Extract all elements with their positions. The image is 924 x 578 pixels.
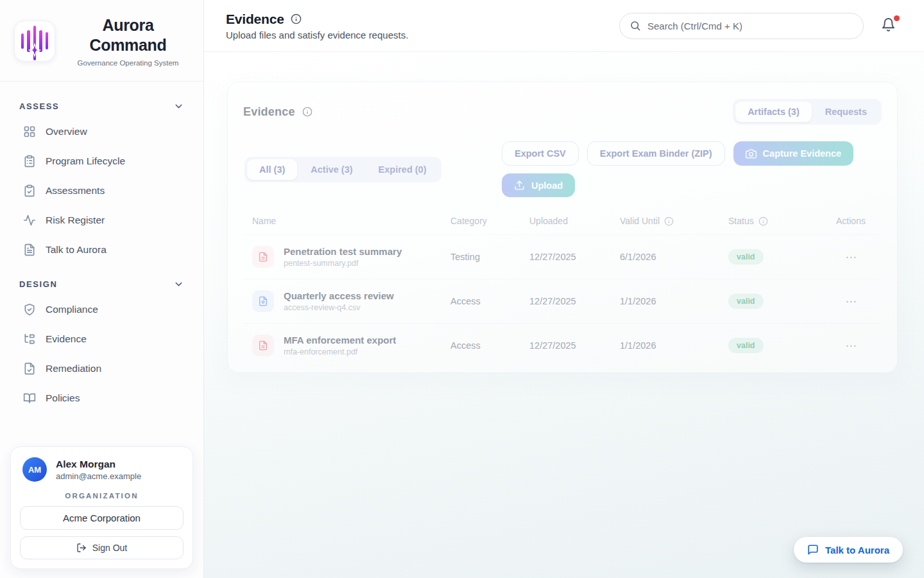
sidebar-item-label: Compliance (46, 304, 98, 315)
sidebar-item-label: Evidence (46, 333, 87, 345)
capture-evidence-label: Capture Evidence (763, 148, 842, 159)
valid-until-cell: 6/1/2026 (620, 252, 728, 262)
sidebar-item-talk-to-aurora[interactable]: Talk to Aurora (0, 235, 203, 265)
category-cell: Access (450, 340, 529, 351)
section-header-assess[interactable]: ASSESS (0, 96, 203, 117)
row-actions-button[interactable]: ⋯ (846, 339, 857, 353)
document-filename: pentest-summary.pdf (284, 259, 402, 268)
table-header: Name Category Uploaded Valid Until Statu… (243, 207, 882, 234)
sidebar-item-evidence[interactable]: Evidence (0, 324, 203, 354)
user-panel: AM Alex Morgan admin@acme.example ORGANI… (10, 446, 193, 569)
table-row: Penetration test summary pentest-summary… (243, 234, 882, 279)
clipboard-check-icon (23, 184, 36, 197)
sidebar-nav: ASSESS Overview Program Lifecycle Assess… (0, 82, 203, 417)
column-uploaded: Uploaded (529, 216, 620, 226)
sidebar-item-risk-register[interactable]: Risk Register (0, 206, 203, 235)
sidebar-item-label: Policies (46, 392, 80, 404)
status-badge: valid (728, 338, 764, 353)
search-bar[interactable] (619, 13, 864, 39)
pdf-file-icon (252, 335, 274, 356)
sidebar-item-program-lifecycle[interactable]: Program Lifecycle (0, 146, 203, 176)
column-name: Name (252, 216, 450, 226)
chat-icon (807, 544, 819, 556)
file-text-icon (23, 243, 36, 256)
status-badge: valid (728, 249, 764, 265)
info-icon[interactable] (664, 216, 674, 226)
document-filename: mfa-enforcement.pdf (284, 347, 396, 356)
app-subtitle: Governance Operating System (64, 59, 192, 67)
dashboard-icon (23, 125, 36, 138)
export-exam-binder-button[interactable]: Export Exam Binder (ZIP) (587, 141, 725, 166)
document-name: MFA enforcement export (284, 335, 396, 346)
uploaded-cell: 12/27/2025 (529, 340, 620, 351)
sidebar-item-label: Remediation (46, 363, 101, 374)
capture-evidence-button[interactable]: Capture Evidence (733, 141, 854, 166)
log-out-icon (76, 543, 87, 553)
avatar: AM (22, 457, 47, 482)
main-area: Evidence Upload files and satisfy eviden… (204, 0, 924, 578)
sidebar-item-assessments[interactable]: Assessments (0, 176, 203, 206)
talk-to-aurora-label: Talk to Aurora (825, 545, 889, 556)
nav-section-design: DESIGN Compliance Evidence Remediation (0, 268, 203, 417)
document-name: Penetration test summary (284, 246, 402, 257)
sidebar-item-remediation[interactable]: Remediation (0, 354, 203, 383)
page-subtitle: Upload files and satisfy evidence reques… (226, 30, 408, 40)
sidebar-item-label: Program Lifecycle (46, 155, 125, 167)
category-cell: Testing (450, 252, 529, 262)
row-actions-button[interactable]: ⋯ (846, 250, 857, 264)
filter-active[interactable]: Active (3) (298, 159, 364, 180)
aurora-logo-icon (14, 21, 55, 62)
info-icon[interactable] (758, 216, 768, 226)
shield-check-icon (23, 303, 36, 316)
nav-section-assess: ASSESS Overview Program Lifecycle Assess… (0, 91, 203, 268)
organization-button[interactable]: Acme Corporation (20, 506, 184, 530)
tab-artifacts[interactable]: Artifacts (3) (735, 101, 812, 122)
book-open-icon (23, 392, 36, 405)
sign-out-button[interactable]: Sign Out (20, 536, 184, 559)
notification-dot (894, 15, 900, 21)
filter-expired[interactable]: Expired (0) (366, 159, 439, 180)
info-icon[interactable] (302, 107, 312, 117)
evidence-table: Name Category Uploaded Valid Until Statu… (243, 207, 882, 367)
content-area: Evidence Artifacts (3) Requests All (3) … (204, 52, 924, 578)
sidebar: Aurora Command Governance Operating Syst… (0, 0, 204, 578)
talk-to-aurora-button[interactable]: Talk to Aurora (794, 537, 903, 563)
column-status: Status (728, 216, 829, 226)
sparkle-icon (27, 42, 42, 58)
panel-title: Evidence (243, 105, 295, 119)
sidebar-item-overview[interactable]: Overview (0, 117, 203, 146)
sidebar-item-label: Assessments (46, 185, 105, 197)
section-label: DESIGN (19, 279, 57, 289)
file-check-icon (23, 362, 36, 375)
section-header-design[interactable]: DESIGN (0, 274, 203, 295)
valid-until-cell: 1/1/2026 (620, 296, 728, 306)
search-input[interactable] (647, 21, 853, 31)
sidebar-item-label: Overview (46, 126, 87, 137)
app-window: Aurora Command Governance Operating Syst… (0, 0, 924, 578)
upload-button[interactable]: Upload (502, 173, 575, 197)
chevron-down-icon (173, 101, 184, 112)
chevron-down-icon (173, 279, 184, 290)
status-badge: valid (728, 293, 764, 309)
sidebar-item-compliance[interactable]: Compliance (0, 295, 203, 324)
upload-icon (514, 180, 525, 191)
brand-header: Aurora Command Governance Operating Syst… (0, 0, 203, 82)
filter-tabs: All (3) Active (3) Expired (0) (244, 157, 441, 182)
user-name: Alex Morgan (56, 459, 141, 470)
organization-label: ORGANIZATION (20, 492, 184, 500)
row-actions-button[interactable]: ⋯ (846, 295, 857, 308)
table-row: MFA enforcement export mfa-enforcement.p… (243, 323, 882, 367)
column-actions: Actions (829, 216, 873, 226)
notifications-button[interactable] (881, 17, 896, 34)
export-csv-button[interactable]: Export CSV (502, 141, 579, 166)
clipboard-list-icon (23, 155, 36, 168)
app-title: Aurora Command (64, 15, 192, 56)
tab-requests[interactable]: Requests (813, 101, 879, 122)
info-icon[interactable] (291, 13, 302, 24)
evidence-panel: Evidence Artifacts (3) Requests All (3) … (227, 82, 898, 373)
page-title: Evidence (226, 12, 284, 27)
filter-all[interactable]: All (3) (247, 159, 297, 180)
document-filename: access-review-q4.csv (284, 303, 394, 312)
sidebar-item-policies[interactable]: Policies (0, 383, 203, 413)
category-cell: Access (450, 296, 529, 306)
